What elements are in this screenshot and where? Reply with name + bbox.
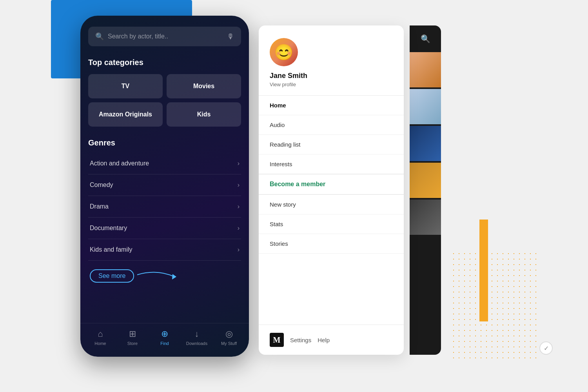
chevron-right-icon: › <box>238 160 240 167</box>
menu-item-home[interactable]: Home <box>259 96 404 115</box>
nav-item-find[interactable]: ⊕ Find <box>153 329 176 346</box>
chevron-right-icon: › <box>238 181 240 189</box>
nav-home-label: Home <box>94 341 106 346</box>
nav-item-home[interactable]: ⌂ Home <box>89 329 112 346</box>
nav-find-label: Find <box>160 341 169 346</box>
menu-item-stories[interactable]: Stories <box>259 234 404 254</box>
search-bar[interactable]: 🔍 Search by actor, title.. 🎙 <box>88 27 241 46</box>
menu-item-stats[interactable]: Stats <box>259 214 404 234</box>
medium-logo: M <box>270 333 284 347</box>
genre-item-documentary[interactable]: Documentary › <box>88 218 241 239</box>
chevron-right-icon: › <box>238 246 240 253</box>
nav-downloads-label: Downloads <box>186 341 207 346</box>
avatar: 😊 <box>270 38 298 66</box>
menu-item-new-story[interactable]: New story <box>259 195 404 214</box>
settings-link[interactable]: Settings <box>290 337 311 343</box>
genre-documentary-label: Documentary <box>90 225 127 232</box>
nav-my-stuff-label: My Stuff <box>221 341 237 346</box>
downloads-icon: ↓ <box>195 329 199 339</box>
mic-icon[interactable]: 🎙 <box>227 33 234 41</box>
bottom-navigation: ⌂ Home ⊞ Store ⊕ Find ↓ Downloads ◎ My S… <box>80 323 249 357</box>
chevron-right-icon: › <box>238 203 240 210</box>
home-icon: ⌂ <box>98 329 103 339</box>
profile-menu-panel: 😊 Jane Smith View profile Home Audio Rea… <box>259 25 404 355</box>
find-icon: ⊕ <box>161 329 168 339</box>
menu-list-stories: New story Stats Stories <box>259 195 404 254</box>
image-strip-1 <box>410 52 441 87</box>
profile-section: 😊 Jane Smith View profile <box>259 25 404 95</box>
nav-item-downloads[interactable]: ↓ Downloads <box>185 329 209 346</box>
view-profile-link[interactable]: View profile <box>270 82 296 87</box>
bg-yellow-dots-decoration <box>451 251 537 361</box>
medium-logo-row: M Settings Help <box>259 325 404 355</box>
menu-item-reading-list[interactable]: Reading list <box>259 135 404 154</box>
nav-item-my-stuff[interactable]: ◎ My Stuff <box>217 329 241 346</box>
category-kids-button[interactable]: Kids <box>167 102 241 127</box>
category-amazon-originals-button[interactable]: Amazon Originals <box>88 102 163 127</box>
menu-list-membership: Become a member <box>259 174 404 194</box>
profile-name: Jane Smith <box>270 72 307 80</box>
check-circle-badge: ✓ <box>539 341 553 355</box>
genres-title: Genres <box>88 138 241 147</box>
phone-left: 🔍 Search by actor, title.. 🎙 Top categor… <box>80 16 249 357</box>
nav-store-label: Store <box>127 341 138 346</box>
svg-marker-0 <box>172 274 176 279</box>
category-tv-button[interactable]: TV <box>88 74 163 98</box>
menu-item-interests[interactable]: Interests <box>259 154 404 174</box>
become-member-link[interactable]: Become a member <box>259 174 404 194</box>
store-icon: ⊞ <box>129 329 136 339</box>
see-more-arrow <box>135 267 178 283</box>
category-movies-button[interactable]: Movies <box>167 74 241 98</box>
genre-item-comedy[interactable]: Comedy › <box>88 174 241 196</box>
top-categories-title: Top categories <box>88 58 241 67</box>
menu-list: Home Audio Reading list Interests <box>259 96 404 174</box>
help-link[interactable]: Help <box>318 337 330 343</box>
see-more-container: See more <box>88 261 241 287</box>
bg-orange-decoration <box>479 220 488 321</box>
genre-item-drama[interactable]: Drama › <box>88 196 241 218</box>
search-icon: 🔍 <box>95 32 104 41</box>
image-strip-4 <box>410 163 441 198</box>
collapsed-search-icon[interactable]: 🔍 <box>421 34 430 44</box>
image-strip-3 <box>410 126 441 161</box>
search-placeholder-text: Search by actor, title.. <box>108 33 223 40</box>
genre-action-label: Action and adventure <box>90 160 149 167</box>
nav-item-store[interactable]: ⊞ Store <box>121 329 144 346</box>
menu-item-audio[interactable]: Audio <box>259 115 404 135</box>
genre-item-kids-family[interactable]: Kids and family › <box>88 239 241 261</box>
genre-comedy-label: Comedy <box>90 181 113 189</box>
collapsed-panel: 🔍 <box>410 25 441 355</box>
chevron-right-icon: › <box>238 225 240 232</box>
see-more-button[interactable]: See more <box>90 269 134 283</box>
image-strip-5 <box>410 200 441 235</box>
panel-bottom-section: M Settings Help <box>259 325 404 355</box>
genre-drama-label: Drama <box>90 203 109 210</box>
genre-item-action[interactable]: Action and adventure › <box>88 153 241 174</box>
image-strip-2 <box>410 89 441 124</box>
categories-grid: TV Movies Amazon Originals Kids <box>88 74 241 127</box>
my-stuff-icon: ◎ <box>225 329 233 339</box>
collapsed-search-area: 🔍 <box>410 25 441 52</box>
genre-kids-family-label: Kids and family <box>90 246 132 253</box>
